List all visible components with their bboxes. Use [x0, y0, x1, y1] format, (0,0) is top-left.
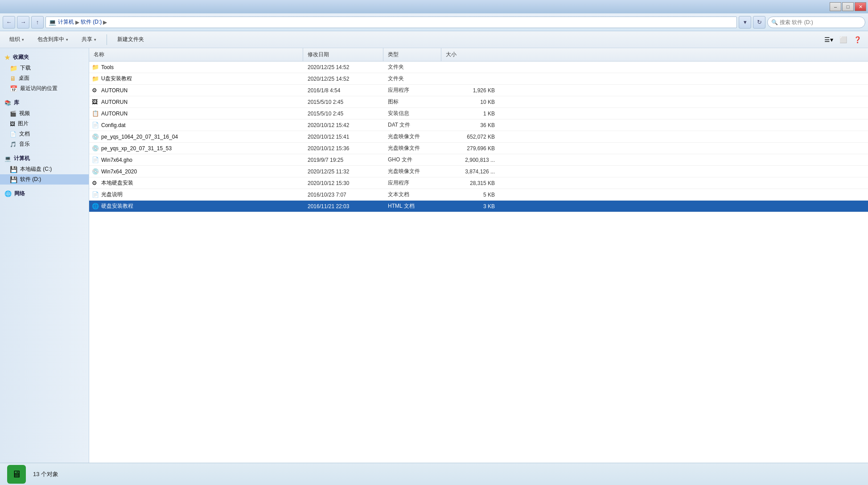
column-name[interactable]: 名称 — [89, 48, 303, 61]
table-row[interactable]: 📁U盘安装教程2020/12/25 14:52文件夹 — [89, 73, 868, 85]
file-size: 28,315 KB — [441, 180, 499, 186]
file-type: 应用程序 — [383, 179, 441, 187]
sidebar-item-drive-d[interactable]: 💾 软件 (D:) — [0, 174, 89, 185]
path-computer[interactable]: 计算机 — [58, 18, 74, 26]
documents-label: 文档 — [19, 130, 30, 138]
network-header-icon: 🌐 — [4, 190, 12, 197]
file-size: 3 KB — [441, 203, 499, 210]
network-header[interactable]: 🌐 网络 — [0, 188, 89, 199]
path-separator-1: ▶ — [75, 19, 79, 25]
images-icon: 🖼 — [10, 121, 15, 127]
include-library-label: 包含到库中 — [37, 36, 64, 43]
images-label: 图片 — [18, 120, 29, 127]
file-name-text: pe_yqs_1064_20_07_31_16_04 — [101, 134, 178, 140]
inf-icon: 📋 — [92, 110, 99, 117]
documents-icon: 📄 — [10, 131, 16, 137]
file-type: 文件夹 — [383, 63, 441, 71]
table-row[interactable]: ⚙本地硬盘安装2020/10/12 15:30应用程序28,315 KB — [89, 177, 868, 189]
help-button[interactable]: ❓ — [851, 34, 864, 45]
file-date: 2020/10/12 15:36 — [303, 145, 383, 152]
table-row[interactable]: 📄Config.dat2020/10/12 15:42DAT 文件36 KB — [89, 119, 868, 131]
table-row[interactable]: 🖼AUTORUN2015/5/10 2:45图标10 KB — [89, 96, 868, 108]
file-name-text: AUTORUN — [101, 87, 128, 94]
sidebar-item-recent[interactable]: 📅 最近访问的位置 — [0, 83, 89, 94]
file-date: 2020/10/12 15:41 — [303, 134, 383, 140]
back-button[interactable]: ← — [3, 16, 15, 29]
status-logo: 🖥 — [7, 465, 26, 484]
close-button[interactable]: ✕ — [855, 2, 866, 11]
organize-arrow: ▾ — [22, 37, 24, 42]
up-button[interactable]: ↑ — [31, 16, 44, 29]
drive-c-icon: 💾 — [10, 166, 17, 173]
toolbar: 组织 ▾ 包含到库中 ▾ 共享 ▾ 新建文件夹 ☰▾ ⬜ ❓ — [0, 31, 868, 48]
sidebar-item-desktop[interactable]: 🖥 桌面 — [0, 73, 89, 83]
file-type: 文件夹 — [383, 75, 441, 82]
file-size: 36 KB — [441, 122, 499, 128]
table-row[interactable]: 📋AUTORUN2015/5/10 2:45安装信息1 KB — [89, 108, 868, 119]
file-size: 2,900,813 ... — [441, 157, 499, 163]
file-name-text: pe_yqs_xp_20_07_31_15_53 — [101, 145, 172, 152]
library-header[interactable]: 📚 库 — [0, 97, 89, 108]
exe-icon: ⚙ — [92, 87, 99, 94]
minimize-button[interactable]: – — [830, 2, 841, 11]
refresh-button[interactable]: ↻ — [753, 16, 765, 29]
table-row[interactable]: 💿Win7x64_20202020/12/25 11:32光盘映像文件3,874… — [89, 166, 868, 177]
status-logo-icon: 🖥 — [12, 469, 21, 480]
computer-header[interactable]: 💻 计算机 — [0, 153, 89, 164]
sidebar-item-drive-c[interactable]: 💾 本地磁盘 (C:) — [0, 164, 89, 174]
sidebar-item-images[interactable]: 🖼 图片 — [0, 119, 89, 129]
sidebar-item-downloads[interactable]: 📁 下载 — [0, 63, 89, 73]
file-name-text: 硬盘安装教程 — [101, 202, 133, 210]
address-path[interactable]: 💻 计算机 ▶ 软件 (D:) ▶ — [45, 16, 737, 28]
toolbar-right: ☰▾ ⬜ ❓ — [823, 34, 864, 45]
sidebar-item-video[interactable]: 🎬 视频 — [0, 108, 89, 119]
file-date: 2016/1/8 4:54 — [303, 87, 383, 94]
table-row[interactable]: 📁Tools2020/12/25 14:52文件夹 — [89, 62, 868, 73]
file-type: 光盘映像文件 — [383, 133, 441, 140]
dropdown-button[interactable]: ▾ — [739, 16, 751, 29]
share-button[interactable]: 共享 ▾ — [77, 33, 101, 46]
include-library-button[interactable]: 包含到库中 ▾ — [33, 33, 73, 46]
file-name-text: Win7x64_2020 — [101, 169, 137, 175]
drive-d-label: 软件 (D:) — [20, 176, 41, 183]
views-button[interactable]: ☰▾ — [823, 34, 835, 45]
file-size: 3,874,126 ... — [441, 169, 499, 175]
new-folder-button[interactable]: 新建文件夹 — [112, 33, 149, 46]
table-row[interactable]: 💿pe_yqs_xp_20_07_31_15_532020/10/12 15:3… — [89, 143, 868, 154]
column-size[interactable]: 大小 — [441, 48, 499, 61]
recent-label: 最近访问的位置 — [20, 85, 58, 92]
computer-section: 💻 计算机 💾 本地磁盘 (C:) 💾 软件 (D:) — [0, 153, 89, 185]
window-controls: – □ ✕ — [830, 2, 866, 11]
file-name-text: Tools — [101, 64, 114, 70]
column-date[interactable]: 修改日期 — [303, 48, 383, 61]
drive-c-label: 本地磁盘 (C:) — [20, 165, 52, 173]
table-row[interactable]: 📄光盘说明2016/10/23 7:07文本文档5 KB — [89, 189, 868, 201]
sidebar-item-documents[interactable]: 📄 文档 — [0, 129, 89, 139]
toolbar-separator — [107, 34, 107, 45]
library-icon: 📚 — [4, 100, 11, 106]
file-name-text: 光盘说明 — [101, 191, 123, 198]
preview-pane-button[interactable]: ⬜ — [837, 34, 849, 45]
file-date: 2019/9/7 19:25 — [303, 157, 383, 163]
search-input[interactable] — [780, 19, 861, 25]
table-row[interactable]: 💿pe_yqs_1064_20_07_31_16_042020/10/12 15… — [89, 131, 868, 143]
file-name-text: AUTORUN — [101, 111, 128, 117]
file-type: 应用程序 — [383, 86, 441, 94]
forward-button[interactable]: → — [17, 16, 29, 29]
video-icon: 🎬 — [10, 111, 16, 117]
file-type: GHO 文件 — [383, 156, 441, 164]
table-row[interactable]: 📄Win7x64.gho2019/9/7 19:25GHO 文件2,900,81… — [89, 154, 868, 166]
path-drive[interactable]: 软件 (D:) — [81, 18, 102, 26]
table-row[interactable]: 🌐硬盘安装教程2016/11/21 22:03HTML 文档3 KB — [89, 201, 868, 212]
organize-button[interactable]: 组织 ▾ — [4, 33, 29, 46]
column-type[interactable]: 类型 — [383, 48, 441, 61]
sidebar-item-music[interactable]: 🎵 音乐 — [0, 139, 89, 149]
file-date: 2020/10/12 15:42 — [303, 122, 383, 128]
maximize-button[interactable]: □ — [842, 2, 854, 11]
file-list-body: 📁Tools2020/12/25 14:52文件夹📁U盘安装教程2020/12/… — [89, 62, 868, 463]
file-date: 2020/12/25 14:52 — [303, 64, 383, 70]
network-section: 🌐 网络 — [0, 188, 89, 199]
table-row[interactable]: ⚙AUTORUN2016/1/8 4:54应用程序1,926 KB — [89, 85, 868, 96]
favorites-header[interactable]: ★ 收藏夹 — [0, 52, 89, 63]
path-separator-2: ▶ — [103, 19, 107, 25]
